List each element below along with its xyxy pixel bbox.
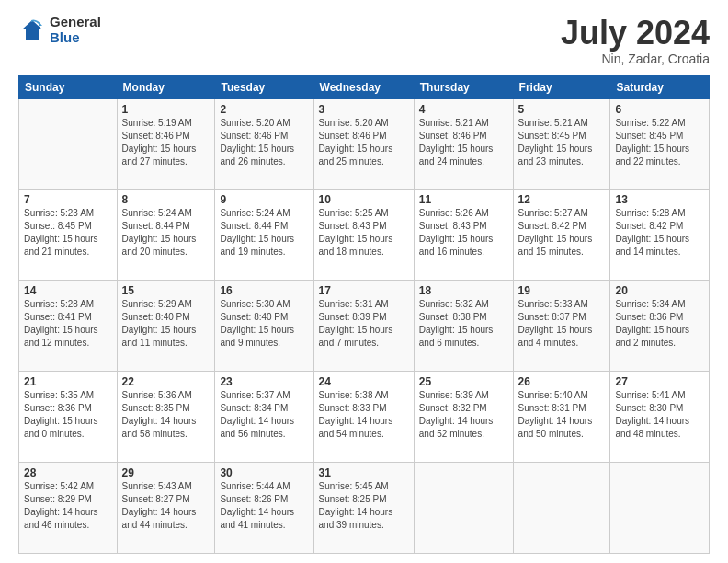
day-number: 10 (319, 193, 409, 206)
col-thursday: Thursday (414, 75, 513, 98)
cell-info: Sunrise: 5:38 AM Sunset: 8:33 PM Dayligh… (319, 389, 409, 441)
table-row (610, 463, 710, 554)
cell-info: Sunrise: 5:34 AM Sunset: 8:36 PM Dayligh… (615, 298, 704, 350)
cell-info: Sunrise: 5:32 AM Sunset: 8:38 PM Dayligh… (419, 298, 508, 350)
calendar-header-row: Sunday Monday Tuesday Wednesday Thursday… (19, 75, 710, 98)
day-number: 6 (615, 103, 704, 116)
day-number: 12 (518, 193, 606, 206)
table-row (513, 463, 610, 554)
cell-info: Sunrise: 5:45 AM Sunset: 8:25 PM Dayligh… (319, 480, 409, 532)
day-number: 18 (419, 284, 508, 297)
table-row: 7Sunrise: 5:23 AM Sunset: 8:45 PM Daylig… (19, 190, 118, 281)
cell-info: Sunrise: 5:26 AM Sunset: 8:43 PM Dayligh… (419, 207, 508, 259)
calendar-week-row: 21Sunrise: 5:35 AM Sunset: 8:36 PM Dayli… (19, 372, 710, 463)
day-number: 1 (122, 103, 210, 116)
cell-info: Sunrise: 5:36 AM Sunset: 8:35 PM Dayligh… (122, 389, 210, 441)
day-number: 11 (419, 193, 508, 206)
cell-info: Sunrise: 5:25 AM Sunset: 8:43 PM Dayligh… (319, 207, 409, 259)
table-row: 16Sunrise: 5:30 AM Sunset: 8:40 PM Dayli… (215, 281, 313, 372)
table-row: 21Sunrise: 5:35 AM Sunset: 8:36 PM Dayli… (19, 372, 118, 463)
table-row: 26Sunrise: 5:40 AM Sunset: 8:31 PM Dayli… (513, 372, 610, 463)
cell-info: Sunrise: 5:33 AM Sunset: 8:37 PM Dayligh… (518, 298, 606, 350)
day-number: 28 (24, 466, 112, 479)
table-row: 13Sunrise: 5:28 AM Sunset: 8:42 PM Dayli… (610, 190, 710, 281)
day-number: 3 (319, 103, 409, 116)
table-row: 31Sunrise: 5:45 AM Sunset: 8:25 PM Dayli… (313, 463, 414, 554)
table-row: 30Sunrise: 5:44 AM Sunset: 8:26 PM Dayli… (215, 463, 313, 554)
cell-info: Sunrise: 5:27 AM Sunset: 8:42 PM Dayligh… (518, 207, 606, 259)
cell-info: Sunrise: 5:41 AM Sunset: 8:30 PM Dayligh… (615, 389, 704, 441)
subtitle: Nin, Zadar, Croatia (561, 52, 710, 66)
col-friday: Friday (513, 75, 610, 98)
cell-info: Sunrise: 5:31 AM Sunset: 8:39 PM Dayligh… (319, 298, 409, 350)
table-row: 20Sunrise: 5:34 AM Sunset: 8:36 PM Dayli… (610, 281, 710, 372)
day-number: 17 (319, 284, 409, 297)
table-row: 28Sunrise: 5:42 AM Sunset: 8:29 PM Dayli… (19, 463, 118, 554)
col-wednesday: Wednesday (313, 75, 414, 98)
day-number: 8 (122, 193, 210, 206)
logo-general-text: General (50, 15, 101, 30)
calendar-week-row: 7Sunrise: 5:23 AM Sunset: 8:45 PM Daylig… (19, 190, 710, 281)
day-number: 7 (24, 193, 112, 206)
table-row: 5Sunrise: 5:21 AM Sunset: 8:45 PM Daylig… (513, 98, 610, 190)
table-row: 27Sunrise: 5:41 AM Sunset: 8:30 PM Dayli… (610, 372, 710, 463)
cell-info: Sunrise: 5:42 AM Sunset: 8:29 PM Dayligh… (24, 480, 112, 532)
table-row: 1Sunrise: 5:19 AM Sunset: 8:46 PM Daylig… (117, 98, 215, 190)
table-row: 15Sunrise: 5:29 AM Sunset: 8:40 PM Dayli… (117, 281, 215, 372)
table-row: 18Sunrise: 5:32 AM Sunset: 8:38 PM Dayli… (414, 281, 513, 372)
col-sunday: Sunday (19, 75, 118, 98)
cell-info: Sunrise: 5:28 AM Sunset: 8:42 PM Dayligh… (615, 207, 704, 259)
table-row: 9Sunrise: 5:24 AM Sunset: 8:44 PM Daylig… (215, 190, 313, 281)
table-row: 3Sunrise: 5:20 AM Sunset: 8:46 PM Daylig… (313, 98, 414, 190)
cell-info: Sunrise: 5:19 AM Sunset: 8:46 PM Dayligh… (122, 117, 210, 168)
calendar-table: Sunday Monday Tuesday Wednesday Thursday… (18, 75, 710, 554)
day-number: 30 (220, 466, 308, 479)
cell-info: Sunrise: 5:29 AM Sunset: 8:40 PM Dayligh… (122, 298, 210, 350)
cell-info: Sunrise: 5:24 AM Sunset: 8:44 PM Dayligh… (122, 207, 210, 259)
cell-info: Sunrise: 5:23 AM Sunset: 8:45 PM Dayligh… (24, 207, 112, 259)
logo-blue-text: Blue (50, 30, 101, 46)
table-row: 11Sunrise: 5:26 AM Sunset: 8:43 PM Dayli… (414, 190, 513, 281)
logo: General Blue (18, 15, 101, 45)
day-number: 16 (220, 284, 308, 297)
header: General Blue July 2024 Nin, Zadar, Croat… (18, 15, 710, 66)
cell-info: Sunrise: 5:24 AM Sunset: 8:44 PM Dayligh… (220, 207, 308, 259)
cell-info: Sunrise: 5:22 AM Sunset: 8:45 PM Dayligh… (615, 117, 704, 168)
logo-text: General Blue (50, 15, 101, 45)
table-row: 4Sunrise: 5:21 AM Sunset: 8:46 PM Daylig… (414, 98, 513, 190)
day-number: 13 (615, 193, 704, 206)
table-row: 25Sunrise: 5:39 AM Sunset: 8:32 PM Dayli… (414, 372, 513, 463)
table-row: 22Sunrise: 5:36 AM Sunset: 8:35 PM Dayli… (117, 372, 215, 463)
cell-info: Sunrise: 5:35 AM Sunset: 8:36 PM Dayligh… (24, 389, 112, 441)
day-number: 21 (24, 375, 112, 388)
col-tuesday: Tuesday (215, 75, 313, 98)
day-number: 5 (518, 103, 606, 116)
cell-info: Sunrise: 5:28 AM Sunset: 8:41 PM Dayligh… (24, 298, 112, 350)
day-number: 9 (220, 193, 308, 206)
table-row: 29Sunrise: 5:43 AM Sunset: 8:27 PM Dayli… (117, 463, 215, 554)
table-row (414, 463, 513, 554)
table-row: 8Sunrise: 5:24 AM Sunset: 8:44 PM Daylig… (117, 190, 215, 281)
day-number: 23 (220, 375, 308, 388)
calendar-week-row: 1Sunrise: 5:19 AM Sunset: 8:46 PM Daylig… (19, 98, 710, 190)
table-row: 17Sunrise: 5:31 AM Sunset: 8:39 PM Dayli… (313, 281, 414, 372)
day-number: 25 (419, 375, 508, 388)
day-number: 19 (518, 284, 606, 297)
table-row: 2Sunrise: 5:20 AM Sunset: 8:46 PM Daylig… (215, 98, 313, 190)
calendar-week-row: 28Sunrise: 5:42 AM Sunset: 8:29 PM Dayli… (19, 463, 710, 554)
logo-icon (18, 17, 46, 44)
day-number: 15 (122, 284, 210, 297)
title-block: July 2024 Nin, Zadar, Croatia (561, 15, 710, 66)
cell-info: Sunrise: 5:39 AM Sunset: 8:32 PM Dayligh… (419, 389, 508, 441)
cell-info: Sunrise: 5:44 AM Sunset: 8:26 PM Dayligh… (220, 480, 308, 532)
day-number: 26 (518, 375, 606, 388)
day-number: 2 (220, 103, 308, 116)
calendar-week-row: 14Sunrise: 5:28 AM Sunset: 8:41 PM Dayli… (19, 281, 710, 372)
table-row (19, 98, 118, 190)
page: General Blue July 2024 Nin, Zadar, Croat… (0, 0, 728, 563)
day-number: 27 (615, 375, 704, 388)
day-number: 20 (615, 284, 704, 297)
cell-info: Sunrise: 5:30 AM Sunset: 8:40 PM Dayligh… (220, 298, 308, 350)
table-row: 24Sunrise: 5:38 AM Sunset: 8:33 PM Dayli… (313, 372, 414, 463)
day-number: 31 (319, 466, 409, 479)
